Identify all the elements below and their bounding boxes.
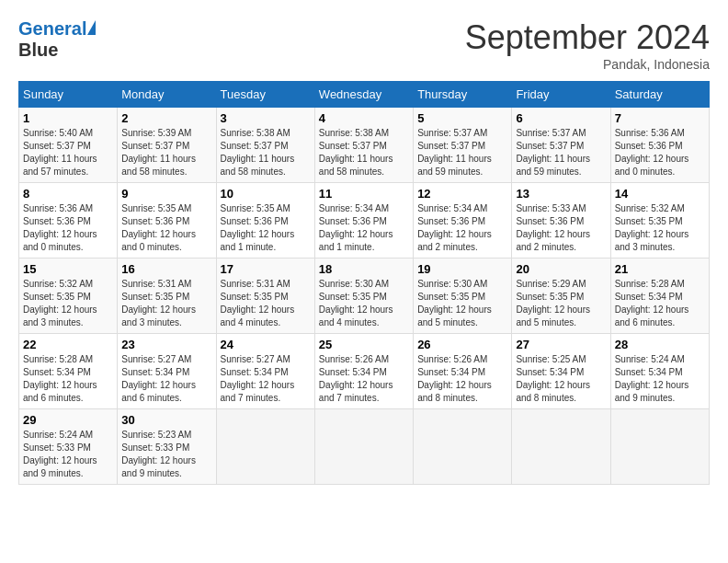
day-number: 2 — [121, 111, 211, 125]
calendar-cell: 28Sunrise: 5:24 AMSunset: 5:34 PMDayligh… — [610, 334, 709, 409]
day-number: 20 — [516, 262, 606, 276]
day-info: Sunrise: 5:34 AMSunset: 5:36 PMDaylight:… — [417, 202, 507, 254]
calendar-header-row: SundayMondayTuesdayWednesdayThursdayFrid… — [19, 82, 710, 108]
day-number: 27 — [516, 338, 606, 351]
day-number: 13 — [516, 187, 606, 201]
day-number: 26 — [417, 338, 507, 351]
calendar-week-5: 29Sunrise: 5:24 AMSunset: 5:33 PMDayligh… — [19, 409, 710, 485]
day-number: 24 — [221, 338, 311, 351]
day-info: Sunrise: 5:32 AMSunset: 5:35 PMDaylight:… — [615, 202, 705, 254]
day-info: Sunrise: 5:23 AMSunset: 5:33 PMDaylight:… — [121, 429, 211, 480]
day-info: Sunrise: 5:37 AMSunset: 5:37 PMDaylight:… — [516, 127, 606, 178]
day-info: Sunrise: 5:27 AMSunset: 5:34 PMDaylight:… — [221, 353, 311, 405]
calendar-cell: 29Sunrise: 5:24 AMSunset: 5:33 PMDayligh… — [19, 409, 118, 485]
day-info: Sunrise: 5:36 AMSunset: 5:36 PMDaylight:… — [615, 127, 705, 178]
day-info: Sunrise: 5:38 AMSunset: 5:37 PMDaylight:… — [319, 127, 409, 178]
day-info: Sunrise: 5:35 AMSunset: 5:36 PMDaylight:… — [121, 202, 211, 254]
day-info: Sunrise: 5:30 AMSunset: 5:35 PMDaylight:… — [417, 278, 507, 329]
month-title: September 2024 — [465, 18, 710, 57]
day-number: 6 — [516, 111, 606, 125]
day-number: 30 — [121, 413, 211, 427]
calendar-cell: 3Sunrise: 5:38 AMSunset: 5:37 PMDaylight… — [216, 108, 314, 183]
location-subtitle: Pandak, Indonesia — [465, 57, 710, 72]
day-number: 22 — [23, 338, 113, 351]
calendar-cell: 13Sunrise: 5:33 AMSunset: 5:36 PMDayligh… — [512, 183, 610, 259]
day-info: Sunrise: 5:34 AMSunset: 5:36 PMDaylight:… — [319, 202, 409, 254]
logo-triangle-icon — [87, 20, 96, 35]
weekday-header-monday: Monday — [118, 82, 216, 108]
day-number: 10 — [221, 187, 311, 201]
calendar-cell: 14Sunrise: 5:32 AMSunset: 5:35 PMDayligh… — [610, 183, 709, 259]
calendar-cell: 15Sunrise: 5:32 AMSunset: 5:35 PMDayligh… — [19, 259, 118, 334]
day-number: 9 — [121, 187, 211, 201]
calendar-week-2: 8Sunrise: 5:36 AMSunset: 5:36 PMDaylight… — [19, 183, 710, 259]
calendar-cell: 21Sunrise: 5:28 AMSunset: 5:34 PMDayligh… — [610, 259, 709, 334]
calendar-cell: 1Sunrise: 5:40 AMSunset: 5:37 PMDaylight… — [19, 108, 118, 183]
day-info: Sunrise: 5:35 AMSunset: 5:36 PMDaylight:… — [221, 202, 311, 254]
day-number: 14 — [615, 187, 705, 201]
weekday-header-friday: Friday — [512, 82, 610, 108]
calendar-cell: 19Sunrise: 5:30 AMSunset: 5:35 PMDayligh… — [414, 259, 512, 334]
calendar-cell: 5Sunrise: 5:37 AMSunset: 5:37 PMDaylight… — [414, 108, 512, 183]
day-info: Sunrise: 5:25 AMSunset: 5:34 PMDaylight:… — [516, 353, 606, 405]
day-info: Sunrise: 5:29 AMSunset: 5:35 PMDaylight:… — [516, 278, 606, 329]
calendar-cell — [610, 409, 709, 485]
calendar-cell — [512, 409, 610, 485]
day-info: Sunrise: 5:33 AMSunset: 5:36 PMDaylight:… — [516, 202, 606, 254]
day-number: 28 — [615, 338, 705, 351]
calendar-cell: 20Sunrise: 5:29 AMSunset: 5:35 PMDayligh… — [512, 259, 610, 334]
weekday-header-thursday: Thursday — [414, 82, 512, 108]
day-info: Sunrise: 5:31 AMSunset: 5:35 PMDaylight:… — [221, 278, 311, 329]
calendar-cell: 7Sunrise: 5:36 AMSunset: 5:36 PMDaylight… — [610, 108, 709, 183]
calendar-week-3: 15Sunrise: 5:32 AMSunset: 5:35 PMDayligh… — [19, 259, 710, 334]
day-info: Sunrise: 5:39 AMSunset: 5:37 PMDaylight:… — [121, 127, 211, 178]
day-info: Sunrise: 5:24 AMSunset: 5:34 PMDaylight:… — [615, 353, 705, 405]
weekday-header-tuesday: Tuesday — [216, 82, 314, 108]
calendar-cell: 25Sunrise: 5:26 AMSunset: 5:34 PMDayligh… — [314, 334, 413, 409]
logo-general: General — [18, 18, 86, 40]
calendar-cell: 11Sunrise: 5:34 AMSunset: 5:36 PMDayligh… — [314, 183, 413, 259]
calendar-cell: 12Sunrise: 5:34 AMSunset: 5:36 PMDayligh… — [414, 183, 512, 259]
day-number: 25 — [319, 338, 409, 351]
calendar-cell: 2Sunrise: 5:39 AMSunset: 5:37 PMDaylight… — [118, 108, 216, 183]
calendar-cell: 6Sunrise: 5:37 AMSunset: 5:37 PMDaylight… — [512, 108, 610, 183]
day-number: 5 — [417, 111, 507, 125]
day-number: 23 — [121, 338, 211, 351]
day-number: 3 — [221, 111, 311, 125]
calendar-cell — [216, 409, 314, 485]
day-number: 29 — [23, 413, 113, 427]
calendar-cell: 4Sunrise: 5:38 AMSunset: 5:37 PMDaylight… — [314, 108, 413, 183]
day-info: Sunrise: 5:37 AMSunset: 5:37 PMDaylight:… — [417, 127, 507, 178]
day-info: Sunrise: 5:28 AMSunset: 5:34 PMDaylight:… — [23, 353, 113, 405]
day-info: Sunrise: 5:40 AMSunset: 5:37 PMDaylight:… — [23, 127, 113, 178]
logo-blue-text: Blue — [18, 40, 96, 61]
day-number: 18 — [319, 262, 409, 276]
calendar-cell: 22Sunrise: 5:28 AMSunset: 5:34 PMDayligh… — [19, 334, 118, 409]
calendar-cell: 23Sunrise: 5:27 AMSunset: 5:34 PMDayligh… — [118, 334, 216, 409]
calendar-cell: 30Sunrise: 5:23 AMSunset: 5:33 PMDayligh… — [118, 409, 216, 485]
calendar-cell: 16Sunrise: 5:31 AMSunset: 5:35 PMDayligh… — [118, 259, 216, 334]
calendar-cell: 18Sunrise: 5:30 AMSunset: 5:35 PMDayligh… — [314, 259, 413, 334]
day-info: Sunrise: 5:26 AMSunset: 5:34 PMDaylight:… — [319, 353, 409, 405]
day-info: Sunrise: 5:26 AMSunset: 5:34 PMDaylight:… — [417, 353, 507, 405]
calendar-cell: 8Sunrise: 5:36 AMSunset: 5:36 PMDaylight… — [19, 183, 118, 259]
calendar-cell: 27Sunrise: 5:25 AMSunset: 5:34 PMDayligh… — [512, 334, 610, 409]
day-info: Sunrise: 5:28 AMSunset: 5:34 PMDaylight:… — [615, 278, 705, 329]
calendar-cell: 9Sunrise: 5:35 AMSunset: 5:36 PMDaylight… — [118, 183, 216, 259]
day-info: Sunrise: 5:27 AMSunset: 5:34 PMDaylight:… — [121, 353, 211, 405]
day-number: 16 — [121, 262, 211, 276]
day-number: 17 — [221, 262, 311, 276]
calendar-cell: 17Sunrise: 5:31 AMSunset: 5:35 PMDayligh… — [216, 259, 314, 334]
day-info: Sunrise: 5:36 AMSunset: 5:36 PMDaylight:… — [23, 202, 113, 254]
calendar-cell: 10Sunrise: 5:35 AMSunset: 5:36 PMDayligh… — [216, 183, 314, 259]
day-number: 11 — [319, 187, 409, 201]
day-info: Sunrise: 5:32 AMSunset: 5:35 PMDaylight:… — [23, 278, 113, 329]
calendar-cell: 24Sunrise: 5:27 AMSunset: 5:34 PMDayligh… — [216, 334, 314, 409]
title-area: September 2024 Pandak, Indonesia — [465, 18, 710, 72]
day-info: Sunrise: 5:24 AMSunset: 5:33 PMDaylight:… — [23, 429, 113, 480]
day-number: 21 — [615, 262, 705, 276]
calendar-week-4: 22Sunrise: 5:28 AMSunset: 5:34 PMDayligh… — [19, 334, 710, 409]
calendar-week-1: 1Sunrise: 5:40 AMSunset: 5:37 PMDaylight… — [19, 108, 710, 183]
calendar-table: SundayMondayTuesdayWednesdayThursdayFrid… — [18, 81, 710, 485]
day-info: Sunrise: 5:31 AMSunset: 5:35 PMDaylight:… — [121, 278, 211, 329]
